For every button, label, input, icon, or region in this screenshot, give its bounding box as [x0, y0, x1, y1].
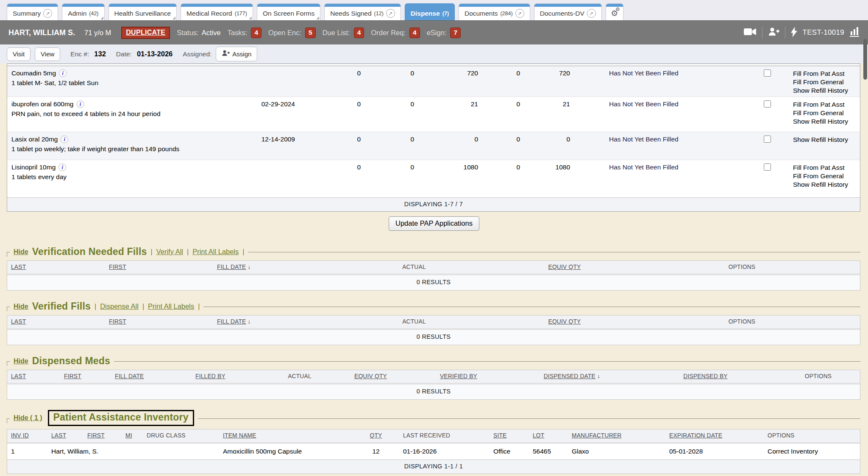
show-refill-history-link[interactable]: Show Refill History	[793, 180, 856, 189]
col-last[interactable]: LAST	[7, 318, 109, 325]
col-fill-date[interactable]: FILL DATE	[111, 373, 192, 379]
col-equiv-qty[interactable]: EQUIV QTY	[476, 264, 654, 270]
add-user-icon[interactable]	[768, 27, 779, 39]
col-fill-date[interactable]: FILL DATE	[217, 318, 246, 325]
tab-documents[interactable]: Documents (284) ↗	[459, 3, 530, 20]
col-equiv-qty[interactable]: EQUIV QTY	[334, 373, 408, 379]
order-req-counter[interactable]: Order Req: 4	[371, 28, 420, 38]
divider	[762, 27, 762, 39]
vertical-scrollbar-thumb[interactable]	[863, 39, 867, 80]
select-med-checkbox[interactable]	[764, 136, 771, 143]
bar-chart-icon[interactable]	[850, 27, 860, 39]
col-dispensed-date[interactable]: DISPENSED DATE	[544, 373, 595, 379]
open-new-window-icon[interactable]: ↗	[515, 9, 524, 18]
tab-admin[interactable]: Admin (42)	[62, 3, 104, 20]
update-pap-applications-button[interactable]: Update PAP Applications	[389, 216, 479, 231]
col-dispensed-by[interactable]: DISPENSED BY	[634, 373, 776, 379]
col-mi[interactable]: MI	[122, 432, 143, 439]
col-qty[interactable]: QTY	[361, 432, 391, 439]
open-new-window-icon[interactable]: ↗	[587, 9, 596, 18]
col-first[interactable]: FIRST	[83, 432, 122, 439]
due-list-counter[interactable]: Due List: 4	[323, 28, 364, 38]
col-site[interactable]: SITE	[482, 432, 533, 439]
fill-from-pat-asst-link[interactable]: Fill From Pat Asst	[793, 69, 856, 78]
fill-from-general-link[interactable]: Fill From General	[793, 78, 856, 86]
enc-date-label: Date:	[116, 50, 132, 58]
info-icon[interactable]: i	[77, 100, 84, 108]
col-item-name[interactable]: ITEM NAME	[219, 432, 361, 439]
qty-cell: 0	[478, 66, 520, 97]
info-icon[interactable]: i	[58, 163, 66, 171]
hide-verified-link[interactable]: Hide	[14, 303, 28, 310]
fill-from-pat-asst-link[interactable]: Fill From Pat Asst	[793, 100, 856, 109]
open-enc-count-badge[interactable]: 5	[305, 28, 316, 38]
print-all-labels-link[interactable]: Print All Labels	[192, 248, 239, 256]
tab-summary[interactable]: Summary ↗	[7, 3, 58, 20]
tab-health-surveillance[interactable]: Health Surveillance	[108, 3, 177, 20]
tasks-counter[interactable]: Tasks: 4	[228, 28, 262, 38]
due-list-count-badge[interactable]: 4	[354, 28, 364, 38]
qty-cell: 0	[361, 97, 414, 132]
col-manufacturer[interactable]: MANUFACTURER	[562, 432, 656, 439]
fill-from-general-link[interactable]: Fill From General	[793, 172, 856, 180]
col-last[interactable]: LAST	[7, 373, 60, 379]
col-first[interactable]: FIRST	[60, 373, 111, 379]
col-expiration-date[interactable]: EXPIRATION DATE	[656, 432, 749, 439]
hide-pai-link[interactable]: Hide ( 1 )	[14, 414, 42, 422]
fill-from-pat-asst-link[interactable]: Fill From Pat Asst	[793, 163, 856, 172]
lightning-icon[interactable]	[791, 27, 797, 39]
drug-name: ibuprofen oral 600mg	[11, 100, 74, 108]
select-med-checkbox[interactable]	[764, 69, 771, 77]
fill-date-cell	[229, 160, 295, 197]
tab-on-screen-forms[interactable]: On Screen Forms	[257, 3, 320, 20]
qty-cell: 1080	[520, 160, 570, 197]
hide-verification-link[interactable]: Hide	[14, 248, 28, 256]
verified-fills-section: Hide Verified Fills | Dispense All | Pri…	[7, 291, 860, 345]
tab-medical-record[interactable]: Medical Record (177)	[181, 3, 253, 20]
qty-cell: 0	[361, 160, 414, 197]
tasks-count-badge[interactable]: 4	[251, 28, 262, 38]
drug-sig: PRN pain, not to exceed 4 tablets in 24 …	[11, 110, 229, 118]
qty-cell: 0	[295, 132, 361, 160]
video-camera-icon[interactable]	[744, 27, 757, 38]
order-req-count-badge[interactable]: 4	[409, 28, 420, 38]
info-icon[interactable]: i	[59, 69, 67, 77]
col-filled-by[interactable]: FILLED BY	[192, 373, 266, 379]
col-first[interactable]: FIRST	[109, 318, 217, 325]
hide-dispensed-link[interactable]: Hide	[14, 357, 28, 365]
show-refill-history-link[interactable]: Show Refill History	[793, 117, 856, 126]
col-last[interactable]: LAST	[7, 264, 109, 270]
select-med-checkbox[interactable]	[764, 100, 771, 108]
show-refill-history-link[interactable]: Show Refill History	[793, 136, 856, 144]
col-equiv-qty[interactable]: EQUIV QTY	[476, 318, 654, 325]
info-icon[interactable]: i	[61, 136, 68, 143]
open-new-window-icon[interactable]: ↗	[386, 9, 395, 18]
open-new-window-icon[interactable]: ↗	[43, 9, 52, 18]
col-first[interactable]: FIRST	[109, 264, 217, 270]
fill-from-general-link[interactable]: Fill From General	[793, 109, 856, 117]
esign-count-badge[interactable]: 7	[450, 28, 461, 38]
open-enc-counter[interactable]: Open Enc: 5	[268, 28, 316, 38]
tab-dispense[interactable]: Dispense (7)	[405, 3, 455, 20]
col-verified-by[interactable]: VERIFIED BY	[408, 373, 509, 379]
verify-all-link[interactable]: Verify All	[156, 248, 183, 256]
col-lot[interactable]: LOT	[533, 432, 562, 439]
assign-button[interactable]: Assign	[216, 47, 257, 61]
select-med-checkbox[interactable]	[764, 163, 771, 171]
col-last[interactable]: LAST	[47, 432, 83, 439]
show-refill-history-link[interactable]: Show Refill History	[793, 86, 856, 95]
view-button[interactable]: View	[35, 47, 60, 61]
tab-settings-button[interactable]: ⚙ ⚙	[606, 3, 623, 20]
print-all-labels-link[interactable]: Print All Labels	[148, 302, 194, 310]
duplicate-badge[interactable]: DUPLICATE	[121, 27, 170, 39]
tab-documents-dv[interactable]: Documents-DV ↗	[534, 3, 602, 20]
visit-button[interactable]: Visit	[7, 47, 31, 61]
tab-label: Admin	[68, 10, 86, 17]
dispense-all-link[interactable]: Dispense All	[100, 302, 139, 310]
section-title: Dispensed Meds	[32, 355, 110, 367]
esign-counter[interactable]: eSign: 7	[427, 28, 461, 38]
tab-needs-signed[interactable]: Needs Signed (12) ↗	[324, 3, 401, 20]
col-inv-id[interactable]: INV ID	[7, 432, 47, 439]
correct-inventory-link[interactable]: Correct Inventory	[749, 448, 860, 455]
col-fill-date[interactable]: FILL DATE	[217, 264, 246, 270]
